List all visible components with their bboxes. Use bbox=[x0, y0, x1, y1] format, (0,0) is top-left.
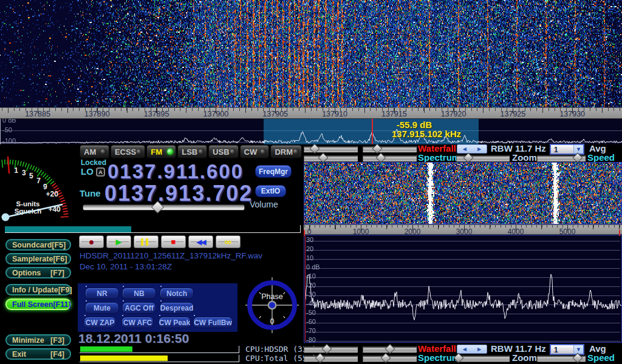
slider-thumb[interactable] bbox=[380, 353, 391, 363]
speed-slider-bottom[interactable] bbox=[537, 356, 586, 362]
af-db-scale-label: 0 dB bbox=[306, 263, 320, 271]
dsp-button-cw-fullbw[interactable]: CW FullBw bbox=[193, 317, 233, 328]
menu-button-minimize[interactable]: Minimize[F3] bbox=[5, 334, 71, 346]
avg-dropdown-bottom[interactable]: 1 ▼ bbox=[550, 344, 584, 355]
waterfall-contrast-slider-top[interactable] bbox=[363, 146, 417, 152]
rf-spectrum-display[interactable]: 0 dB-50-100 -55.9 dB 137.915.102 kHz bbox=[0, 119, 622, 144]
waterfall-scroll-control-bottom[interactable]: ◂▸ bbox=[457, 345, 487, 354]
speed-slider-top[interactable] bbox=[537, 155, 586, 161]
rf-frequency-ruler[interactable]: 1378851378901378951379001379051379101379… bbox=[0, 107, 622, 119]
menu-button-exit[interactable]: Exit[F4] bbox=[5, 348, 71, 360]
mode-button-label: FM bbox=[151, 147, 162, 157]
menu-button-key: [F4] bbox=[50, 350, 64, 359]
menu-button-info-update[interactable]: Info / Update[F9] bbox=[5, 284, 71, 295]
waterfall-brightness-slider-bottom[interactable] bbox=[304, 346, 358, 352]
spectrum-range-slider-top[interactable] bbox=[304, 155, 358, 161]
af-waterfall-panel[interactable] bbox=[304, 162, 622, 224]
chevron-down-icon[interactable]: ▼ bbox=[573, 145, 583, 153]
phase-label: Phase bbox=[261, 292, 282, 301]
slider-thumb[interactable] bbox=[318, 153, 329, 163]
af-tick-label: 5000 bbox=[559, 228, 576, 235]
signal-level-bar[interactable] bbox=[5, 225, 301, 233]
menu-button-samplerate[interactable]: Samplerate[F6] bbox=[5, 253, 71, 265]
menu-button-key: [F7] bbox=[50, 269, 64, 277]
arrow-left-icon[interactable]: ◂ bbox=[463, 345, 466, 353]
squelch-marker[interactable] bbox=[8, 157, 9, 174]
zoom-slider-top[interactable] bbox=[456, 155, 510, 161]
slider-thumb[interactable] bbox=[384, 344, 395, 354]
mode-button-label: AM bbox=[84, 147, 96, 157]
zoom-slider-bottom[interactable] bbox=[456, 356, 510, 362]
smeter-scale-number: 3 bbox=[22, 169, 26, 177]
slider-thumb[interactable] bbox=[375, 153, 386, 163]
slider-thumb[interactable] bbox=[310, 144, 320, 154]
spectrum-offset-slider-bottom[interactable] bbox=[363, 356, 417, 362]
waterfall-contrast-slider-bottom[interactable] bbox=[363, 346, 417, 352]
slider-thumb[interactable] bbox=[321, 344, 332, 354]
mode-button-ecss[interactable]: ECSS bbox=[111, 145, 145, 158]
af-spectrum-panel[interactable]: 3020100 dB-10-20-30-40-50-60-70-80 bbox=[304, 235, 622, 343]
extio-button[interactable]: ExtIO bbox=[255, 185, 286, 197]
dsp-button-mute[interactable]: Mute bbox=[85, 302, 119, 314]
dsp-button-nr[interactable]: NR bbox=[85, 288, 119, 299]
mode-led bbox=[260, 149, 266, 155]
af-tick-label: 0 bbox=[307, 228, 312, 235]
freqmgr-button[interactable]: FreqMgr bbox=[255, 165, 292, 178]
phase-scope: Phase 0 bbox=[245, 276, 300, 334]
pause-button[interactable]: ▌▌ bbox=[134, 235, 159, 248]
speed-label-bottom: Speed bbox=[587, 352, 615, 363]
mode-button-fm[interactable]: FM bbox=[146, 145, 176, 158]
lo-frequency-display[interactable]: 0137.911.600 bbox=[108, 160, 244, 183]
smeter-needle-pivot bbox=[2, 214, 10, 221]
record-button[interactable]: ● bbox=[79, 235, 104, 248]
arrow-left-icon[interactable]: ◂ bbox=[463, 145, 466, 153]
smeter-scale-number: 1 bbox=[14, 166, 18, 175]
mode-led bbox=[230, 149, 236, 155]
loop-button[interactable]: ∞ bbox=[216, 235, 241, 248]
af-db-scale-label: -50 bbox=[306, 309, 316, 316]
arrow-right-icon[interactable]: ▸ bbox=[477, 345, 481, 353]
af-db-scale-label: -30 bbox=[306, 291, 316, 298]
af-db-scale-label: -40 bbox=[306, 300, 316, 307]
rewind-button[interactable]: ◀◀ bbox=[188, 235, 213, 248]
avg-dropdown-top[interactable]: 1 ▼ bbox=[550, 144, 584, 155]
af-frequency-ruler[interactable]: 010002000300040005000 bbox=[304, 224, 622, 235]
slider-thumb[interactable] bbox=[463, 153, 473, 163]
zoom-label-bottom: Zoom bbox=[512, 352, 537, 363]
volume-slider[interactable] bbox=[83, 204, 245, 211]
mode-button-cw[interactable]: CW bbox=[240, 145, 270, 158]
mode-button-usb[interactable]: USB bbox=[208, 145, 238, 158]
stop-button[interactable]: ■ bbox=[161, 235, 186, 248]
waterfall-scroll-control-top[interactable]: ◂▸ bbox=[457, 144, 487, 153]
dsp-button-cw-afc[interactable]: CW AFC bbox=[121, 317, 154, 328]
dsp-button-panel: NRNBNotchMuteAGC OffDespreadCW ZAPCW AFC… bbox=[78, 283, 238, 332]
hdsdr-window: 1378851378901378951379001379051379101379… bbox=[0, 0, 622, 364]
menu-button-full-screen[interactable]: Full Screen[F11] bbox=[5, 298, 71, 310]
dsp-button-cw-zap[interactable]: CW ZAP bbox=[84, 317, 116, 328]
arrow-right-icon[interactable]: ▸ bbox=[477, 145, 481, 153]
lo-lock-button[interactable]: A bbox=[96, 167, 105, 177]
spectrum-range-slider-bottom[interactable] bbox=[304, 356, 358, 362]
menu-button-soundcard[interactable]: Soundcard[F5] bbox=[5, 239, 71, 251]
menu-button-label: Soundcard bbox=[12, 241, 52, 249]
waterfall-brightness-slider-top[interactable] bbox=[304, 146, 358, 152]
mode-button-lsb[interactable]: LSB bbox=[177, 145, 207, 158]
mode-button-am[interactable]: AM bbox=[80, 145, 109, 158]
af-tick-label: 2000 bbox=[405, 228, 421, 235]
dsp-button-nb[interactable]: NB bbox=[122, 288, 156, 299]
dsp-button-despread[interactable]: Despread bbox=[160, 302, 194, 314]
chevron-down-icon[interactable]: ▼ bbox=[573, 345, 583, 354]
dsp-button-agc-off[interactable]: AGC Off bbox=[122, 302, 156, 314]
dsp-button-notch[interactable]: Notch bbox=[160, 288, 194, 299]
tune-frequency-display[interactable]: 0137.913.702 bbox=[104, 181, 253, 206]
spectrum-offset-slider-top[interactable] bbox=[363, 155, 417, 161]
mode-button-drm[interactable]: DRM bbox=[270, 145, 302, 158]
rf-waterfall-display[interactable] bbox=[0, 0, 622, 107]
smeter-units-label: S-units bbox=[16, 200, 40, 207]
af-cursor-line bbox=[305, 236, 306, 342]
play-button[interactable]: ▶ bbox=[106, 235, 131, 248]
menu-button-options[interactable]: Options[F7] bbox=[5, 267, 71, 278]
dsp-button-cw-peak[interactable]: CW Peak bbox=[159, 317, 191, 328]
record-icon: ● bbox=[89, 237, 95, 247]
af-waterfall-display[interactable] bbox=[304, 163, 621, 224]
